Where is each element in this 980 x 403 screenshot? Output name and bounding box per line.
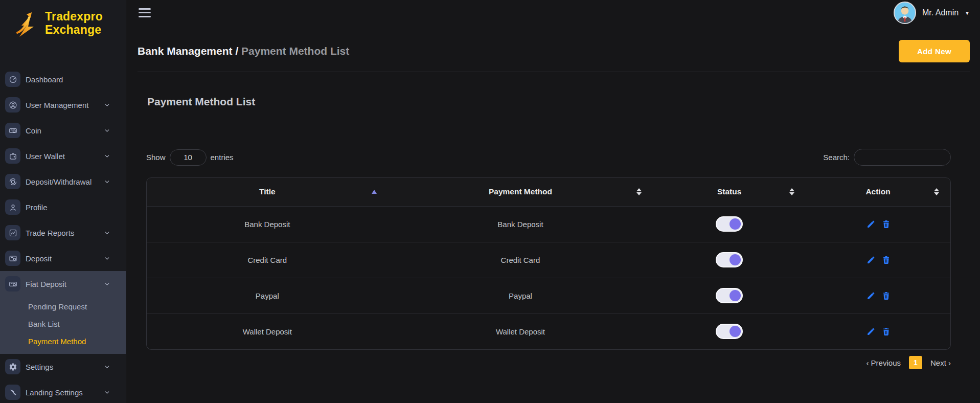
sidebar-group-fiat-deposit: Fiat Deposit Pending Request Bank List P… [0, 271, 126, 354]
edit-button[interactable] [867, 220, 875, 229]
page-head: Bank Management / Payment Method List Ad… [126, 40, 980, 62]
pagination: ‹ Previous 1 Next › [146, 356, 951, 369]
content: Payment Method List Show 10 entries Sear… [126, 96, 980, 369]
user-management-icon [5, 97, 20, 113]
delete-button[interactable] [882, 220, 890, 229]
edit-button[interactable] [867, 256, 875, 264]
sidebar-item-settings[interactable]: Settings [0, 354, 126, 379]
table-row: Paypal Paypal [147, 278, 950, 314]
cell-title: Bank Deposit [147, 206, 388, 242]
delete-button[interactable] [882, 292, 890, 300]
brand-logo[interactable]: Tradexpro Exchange [0, 0, 126, 42]
chevron-down-icon [104, 178, 110, 185]
user-name: Mr. Admin [922, 8, 959, 17]
pencil-icon [867, 220, 875, 229]
chevron-down-icon [104, 127, 110, 134]
sort-both-icon [636, 188, 642, 195]
table-row: Credit Card Credit Card [147, 242, 950, 278]
sidebar-item-trade-reports[interactable]: Trade Reports [0, 220, 126, 245]
user-menu[interactable]: Mr. Admin ▼ [894, 2, 970, 24]
sidebar-item-landing-settings[interactable]: Landing Settings [0, 379, 126, 403]
status-toggle[interactable] [716, 288, 743, 303]
sidebar-item-profile[interactable]: Profile [0, 194, 126, 220]
landing-settings-icon [5, 385, 20, 400]
settings-icon [5, 359, 20, 374]
cell-title: Wallet Deposit [147, 314, 388, 349]
payment-method-table: Title Payment Method Status Action [146, 177, 951, 350]
sidebar-item-label: Deposit [26, 254, 99, 263]
sidebar-item-label: Settings [26, 363, 99, 371]
page-title: Payment Method List [146, 96, 951, 108]
edit-button[interactable] [867, 327, 875, 336]
chevron-down-icon [104, 230, 110, 236]
sidebar-item-coin[interactable]: Coin [0, 118, 126, 143]
current-page-button[interactable]: 1 [909, 356, 922, 369]
brand-name: Tradexpro Exchange [45, 10, 103, 37]
search-input[interactable] [854, 149, 951, 166]
sort-asc-icon [372, 190, 377, 194]
column-header-status[interactable]: Status [653, 178, 806, 206]
sidebar-subitem-pending-request[interactable]: Pending Request [28, 298, 126, 315]
trash-icon [882, 256, 890, 264]
chevron-down-icon [104, 364, 110, 370]
sidebar-item-label: Profile [26, 203, 110, 212]
status-toggle[interactable] [716, 252, 743, 267]
show-label: Show [146, 153, 166, 162]
delete-button[interactable] [882, 256, 890, 264]
column-header-payment-method[interactable]: Payment Method [388, 178, 653, 206]
table-header-row: Title Payment Method Status Action [147, 178, 950, 206]
status-toggle[interactable] [716, 216, 743, 232]
sidebar-item-deposit-withdrawal[interactable]: Deposit/Withdrawal [0, 169, 126, 194]
trade-reports-icon [5, 225, 20, 240]
cell-title: Credit Card [147, 242, 388, 278]
cell-payment-method: Bank Deposit [388, 206, 653, 242]
sidebar-item-label: Coin [26, 126, 99, 135]
edit-button[interactable] [867, 292, 875, 300]
sidebar-subitem-payment-method[interactable]: Payment Method [28, 332, 126, 350]
column-header-title[interactable]: Title [147, 178, 388, 206]
search-label: Search: [823, 153, 850, 162]
dashboard-icon [5, 72, 20, 87]
chevron-down-icon [104, 153, 110, 160]
sidebar-item-deposit[interactable]: Deposit [0, 245, 126, 271]
sidebar-item-user-wallet[interactable]: User Wallet [0, 143, 126, 169]
sort-both-icon [789, 188, 794, 195]
trash-icon [882, 220, 890, 229]
sort-both-icon [934, 188, 939, 195]
gold-arrow-logo-icon [13, 10, 42, 40]
sidebar: Tradexpro Exchange Dashboard User Manage… [0, 0, 126, 403]
user-wallet-icon [5, 148, 20, 164]
cell-title: Paypal [147, 278, 388, 314]
topbar: Mr. Admin ▼ [126, 0, 980, 26]
sidebar-item-dashboard[interactable]: Dashboard [0, 66, 126, 92]
next-page-button[interactable]: Next › [930, 359, 951, 367]
sidebar-menu: Dashboard User Management Coin User Wall… [0, 66, 126, 403]
breadcrumb-section: Bank Management / [138, 45, 238, 57]
add-new-button[interactable]: Add New [899, 40, 970, 62]
cell-payment-method: Paypal [388, 278, 653, 314]
sidebar-item-label: Trade Reports [26, 229, 99, 237]
page-size-select[interactable]: 10 [170, 149, 207, 166]
chevron-down-icon [104, 102, 110, 108]
entries-label: entries [211, 153, 234, 162]
chevron-down-icon [104, 389, 110, 396]
status-toggle[interactable] [716, 324, 743, 339]
sidebar-subitem-bank-list[interactable]: Bank List [28, 315, 126, 332]
sidebar-item-label: Fiat Deposit [26, 280, 99, 288]
chevron-down-icon [104, 281, 110, 287]
previous-page-button[interactable]: ‹ Previous [866, 359, 901, 367]
sidebar-item-fiat-deposit[interactable]: Fiat Deposit [0, 271, 126, 297]
table-row: Wallet Deposit Wallet Deposit [147, 314, 950, 349]
chevron-down-icon: ▼ [965, 10, 970, 16]
cell-payment-method: Wallet Deposit [388, 314, 653, 349]
sidebar-item-label: Deposit/Withdrawal [26, 177, 99, 186]
sidebar-item-user-management[interactable]: User Management [0, 92, 126, 118]
profile-icon [5, 199, 20, 215]
hamburger-icon[interactable] [138, 6, 152, 19]
column-header-action[interactable]: Action [806, 178, 950, 206]
delete-button[interactable] [882, 327, 890, 336]
pencil-icon [867, 292, 875, 300]
trash-icon [882, 327, 890, 336]
header-divider [138, 72, 970, 72]
breadcrumb-page: Payment Method List [241, 45, 349, 57]
